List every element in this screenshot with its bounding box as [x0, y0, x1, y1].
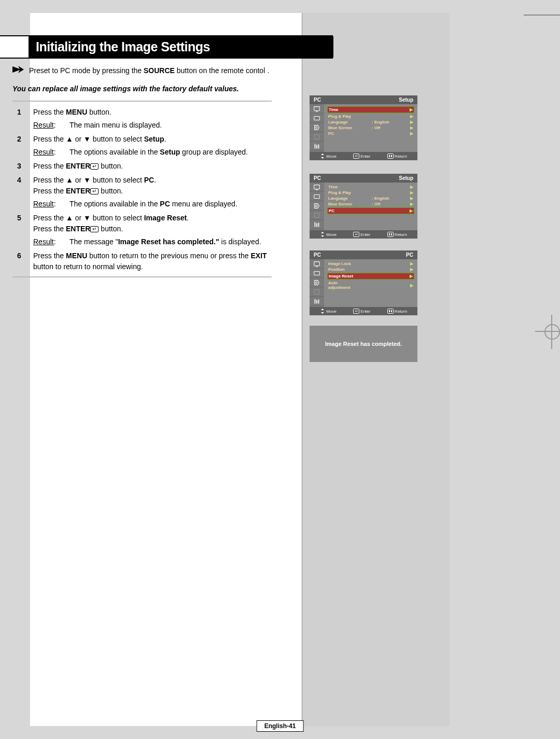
- chevron-right-icon: ▶: [410, 202, 413, 206]
- svg-rect-39: [391, 310, 392, 312]
- return-hint: Return: [387, 154, 407, 159]
- osd-row-label: Position: [328, 267, 360, 272]
- step: 5Press the ▲ or ▼ button to select Image…: [12, 213, 272, 247]
- move-hint: Move: [320, 232, 337, 237]
- svg-rect-26: [391, 233, 392, 235]
- step-number: 3: [12, 161, 26, 172]
- osd-tab-icon: [310, 211, 324, 220]
- step: 2Press the ▲ or ▼ button to select Setup…: [12, 134, 272, 158]
- svg-marker-34: [321, 309, 324, 310]
- return-hint: Return: [387, 309, 407, 314]
- result-row: Result:The main menu is displayed.: [33, 120, 272, 131]
- registration-cross: [535, 315, 560, 349]
- chevron-right-icon: ▶: [410, 120, 413, 124]
- result-text: The options available in the Setup group…: [69, 147, 272, 158]
- osd-row-label: Image Reset: [329, 274, 361, 278]
- enter-icon: ↵: [90, 188, 99, 194]
- enter-icon: ↵: [90, 226, 99, 232]
- chevron-right-icon: ▶: [410, 283, 413, 288]
- divider: [12, 101, 272, 102]
- osd-panel: PCSetupTime▶Plug & Play▶Language: Englis…: [310, 95, 417, 160]
- step-line: Press the ▲ or ▼ button to select PC.: [33, 175, 272, 186]
- osd-header: PCSetup: [310, 174, 417, 183]
- enter-hint: Enter: [353, 232, 370, 237]
- chevron-right-icon: ▶: [410, 126, 413, 130]
- svg-marker-21: [321, 232, 324, 233]
- svg-rect-27: [314, 261, 320, 266]
- svg-marker-9: [321, 157, 324, 159]
- svg-rect-13: [391, 155, 392, 157]
- step-body: Press the ENTER↵ button.: [33, 161, 272, 172]
- step-body: Press the ▲ or ▼ button to select Setup.…: [33, 134, 272, 158]
- osd-menu-row: Image Lock▶: [327, 261, 414, 267]
- registration-mark-top-right: [524, 15, 560, 16]
- result-row: Result:The options available in the Setu…: [33, 147, 272, 158]
- svg-rect-24: [387, 232, 393, 237]
- svg-rect-3: [314, 116, 320, 120]
- step-body: Press the MENU button.Result:The main me…: [33, 107, 272, 131]
- enter-hint: Enter: [353, 309, 370, 314]
- section-title: Initializing the Image Settings: [29, 36, 333, 58]
- osd-menu-row: Plug & Play▶: [327, 190, 414, 196]
- svg-rect-16: [314, 194, 320, 198]
- osd-header-left: PC: [314, 252, 321, 258]
- osd-header-left: PC: [314, 97, 321, 103]
- result-row: Result:The options available in the PC m…: [33, 199, 272, 210]
- svg-rect-5: [315, 144, 316, 148]
- svg-rect-17: [315, 213, 319, 217]
- osd-body: Image Lock▶Position▶Image Reset▶Auto adj…: [310, 259, 417, 307]
- osd-row-label: Plug & Play: [328, 114, 360, 119]
- osd-header: PCPC: [310, 250, 417, 259]
- osd-tab-icon: [310, 297, 324, 306]
- note-bold: SOURCE: [144, 66, 175, 75]
- step-line: Press the ENTER↵ button.: [33, 161, 272, 172]
- osd-menu-row: PC▶: [327, 207, 414, 214]
- message-text: Image Reset has completed.: [325, 341, 402, 347]
- step-body: Press the MENU button to return to the p…: [33, 250, 272, 272]
- osd-menu-row: Position▶: [327, 267, 414, 272]
- svg-rect-14: [314, 185, 320, 189]
- osd-tab-icon: [310, 192, 324, 201]
- svg-rect-12: [389, 155, 390, 157]
- section-title-block: Initializing the Image Settings: [0, 35, 333, 59]
- osd-body: Time▶Plug & Play▶Language: English▶Blue …: [310, 183, 417, 230]
- message-panel: Image Reset has completed.: [310, 326, 417, 362]
- chevron-right-icon: ▶: [410, 196, 413, 201]
- svg-rect-2: [316, 111, 318, 111]
- move-hint: Move: [320, 309, 337, 314]
- step: 4Press the ▲ or ▼ button to select PC.Pr…: [12, 175, 272, 210]
- chevron-right-icon: ▶: [410, 131, 413, 136]
- osd-tab-icon: [310, 201, 324, 211]
- osd-footer: Move Enter Return: [310, 230, 417, 239]
- svg-rect-31: [315, 299, 316, 303]
- osd-footer: Move Enter Return: [310, 307, 417, 315]
- step-line: Press the ▲ or ▼ button to select Image …: [33, 213, 272, 224]
- result-label: Result:: [33, 147, 62, 158]
- preset-note-text: Preset to PC mode by pressing the SOURCE…: [29, 65, 272, 76]
- osd-menu-row: Blue Screen: Off▶: [327, 201, 414, 207]
- chevron-right-icon: ▶: [410, 114, 413, 119]
- osd-panel: PCPCImage Lock▶Position▶Image Reset▶Auto…: [310, 250, 417, 315]
- step-line: Press the MENU button to return to the p…: [33, 250, 272, 272]
- svg-rect-32: [316, 300, 317, 303]
- osd-row-label: Time: [328, 185, 360, 189]
- svg-rect-25: [389, 233, 390, 235]
- osd-tab-icon: [310, 104, 324, 114]
- osd-row-label: PC: [329, 208, 361, 213]
- instruction-content: Preset to PC mode by pressing the SOURCE…: [12, 61, 272, 283]
- step-line: Press the MENU button.: [33, 107, 272, 118]
- osd-menu-row: Auto adjustment▶: [327, 280, 414, 290]
- step-number: 2: [12, 134, 26, 158]
- svg-rect-6: [316, 145, 317, 148]
- osd-header-left: PC: [314, 175, 321, 181]
- osd-row-label: Blue Screen: [328, 202, 360, 206]
- svg-rect-28: [316, 266, 318, 267]
- result-text: The options available in the PC menu are…: [69, 199, 272, 210]
- osd-tab-icon: [310, 278, 324, 287]
- osd-header-right: PC: [406, 252, 413, 258]
- osd-menu: Image Lock▶Position▶Image Reset▶Auto adj…: [324, 259, 417, 307]
- note-pointer-icon: [12, 65, 24, 76]
- osd-row-label: Plug & Play: [328, 190, 360, 195]
- svg-marker-35: [321, 312, 324, 314]
- osd-menu-row: Time▶: [327, 106, 414, 113]
